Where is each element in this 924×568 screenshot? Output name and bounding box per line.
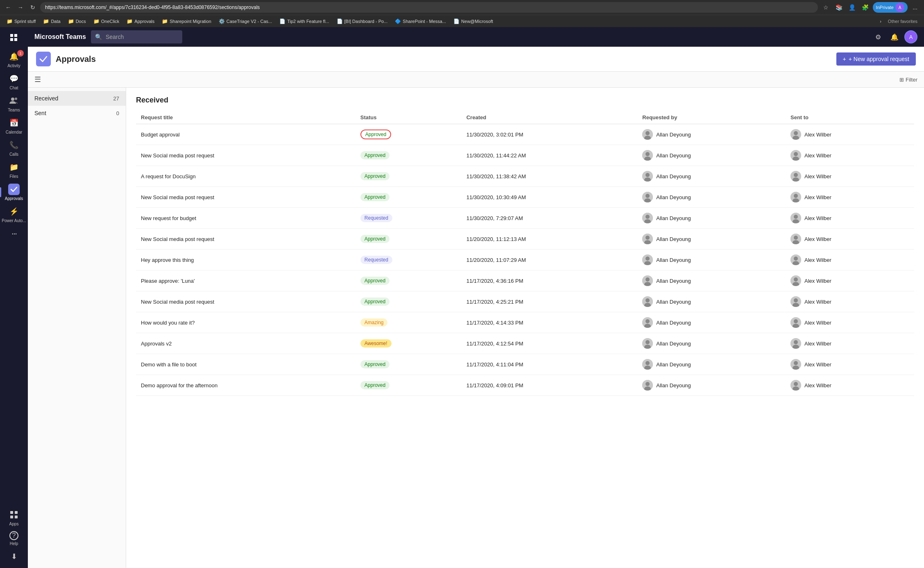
sidebar-item-approvals[interactable]: Approvals xyxy=(0,181,28,203)
notification-button[interactable]: 🔔 xyxy=(888,30,901,43)
nav-item-sent[interactable]: Sent 0 xyxy=(28,106,126,120)
cell-title: New Social media post request xyxy=(136,145,356,166)
approvals-table: Request title Status Created Requested b… xyxy=(136,111,914,396)
other-favorites[interactable]: Other favorites xyxy=(885,18,921,25)
table-row[interactable]: New request for budget Requested 11/30/2… xyxy=(136,208,914,229)
table-row[interactable]: Hey approve this thing Requested 11/20/2… xyxy=(136,250,914,270)
table-row[interactable]: New Social media post request Approved 1… xyxy=(136,229,914,250)
cell-created: 11/20/2020, 11:12:13 AM xyxy=(462,229,638,250)
more-bookmarks-button[interactable]: › xyxy=(876,18,885,25)
person-name: Allan Deyoung xyxy=(656,173,691,179)
cell-sent-to: Alex Wilber xyxy=(786,375,914,396)
person-name: Alex Wilber xyxy=(804,341,831,347)
teams-logo: Microsoft Teams xyxy=(34,33,86,41)
bookmark-sharepoint[interactable]: 🔷 SharePoint - Messa... xyxy=(392,18,449,25)
table-row[interactable]: Approvals v2 Awesome! 11/17/2020, 4:12:5… xyxy=(136,333,914,354)
cell-requested-by: Allan Deyoung xyxy=(637,145,786,166)
bookmark-bi-dashboard[interactable]: 📄 [BI] Dashboard - Po... xyxy=(333,18,391,25)
inprivate-button[interactable]: InPrivate A xyxy=(873,2,908,13)
svg-point-47 xyxy=(645,257,650,261)
sidebar-item-calls[interactable]: 📞 Calls xyxy=(0,137,28,159)
table-row[interactable]: Please approve: 'Luna' Approved 11/17/20… xyxy=(136,270,914,291)
bookmark-docs[interactable]: 📁 Docs xyxy=(65,18,89,25)
browser-menu-button[interactable]: ... xyxy=(909,2,921,13)
forward-button[interactable]: → xyxy=(16,2,25,12)
svg-point-20 xyxy=(794,152,798,156)
bookmark-approvals[interactable]: 📁 Approvals xyxy=(123,18,158,25)
user-avatar[interactable]: A xyxy=(904,30,917,43)
cell-requested-by: Allan Deyoung xyxy=(637,229,786,250)
nav-item-received[interactable]: Received 27 xyxy=(28,91,126,106)
cell-status: Approved xyxy=(356,124,462,145)
cell-status: Awesome! xyxy=(356,333,462,354)
table-row[interactable]: New Social media post request Approved 1… xyxy=(136,291,914,312)
sidebar-item-chat[interactable]: 💬 Chat xyxy=(0,70,28,93)
avatar xyxy=(790,338,801,349)
status-badge: Awesome! xyxy=(360,339,392,348)
table-row[interactable]: Demo approval for the afternoon Approved… xyxy=(136,375,914,396)
search-input[interactable] xyxy=(91,30,182,43)
page-icon: 📄 xyxy=(337,18,343,24)
chat-icon: 💬 xyxy=(8,73,20,84)
sidebar-item-help[interactable]: ? Help xyxy=(0,529,28,548)
bookmark-data[interactable]: 📁 Data xyxy=(40,18,63,25)
sidebar-item-files[interactable]: 📁 Files xyxy=(0,159,28,181)
app-launcher-button[interactable] xyxy=(7,30,21,45)
svg-point-11 xyxy=(645,131,650,135)
folder-icon: 📁 xyxy=(7,18,13,24)
cell-created: 11/17/2020, 4:25:21 PM xyxy=(462,291,638,312)
refresh-button[interactable]: ↻ xyxy=(28,2,38,12)
bookmark-label: Data xyxy=(51,19,60,24)
sidebar-item-download[interactable]: ⬇ xyxy=(0,548,28,565)
avatar xyxy=(790,254,801,265)
nav-received-count: 27 xyxy=(113,95,119,102)
sidebar-item-calendar[interactable]: 📅 Calendar xyxy=(0,115,28,137)
table-row[interactable]: A request for DocuSign Approved 11/30/20… xyxy=(136,166,914,187)
new-approval-request-button[interactable]: + + New approval request xyxy=(836,52,916,66)
table-row[interactable]: How would you rate it? Amazing 11/17/202… xyxy=(136,312,914,333)
collections-button[interactable]: 📚 xyxy=(833,2,845,13)
back-button[interactable]: ← xyxy=(3,2,13,12)
person-name: Alex Wilber xyxy=(804,236,831,242)
status-badge: Requested xyxy=(360,256,392,264)
app-icon: ⚙️ xyxy=(219,18,225,24)
svg-rect-8 xyxy=(10,516,13,518)
bookmark-oneclick[interactable]: 📁 OneClick xyxy=(90,18,123,25)
table-row[interactable]: Budget approval Approved 11/30/2020, 3:0… xyxy=(136,124,914,145)
bookmark-sharepoint-migration[interactable]: 📁 Sharepoint Migration xyxy=(159,18,215,25)
table-row[interactable]: Demo with a file to boot Approved 11/17/… xyxy=(136,354,914,375)
avatar xyxy=(642,296,653,307)
table-row[interactable]: New Social media post request Approved 1… xyxy=(136,187,914,208)
table-row[interactable]: New Social media post request Approved 1… xyxy=(136,145,914,166)
bookmark-tip2[interactable]: 📄 Tip2 with Feature fl... xyxy=(276,18,332,25)
address-bar[interactable] xyxy=(40,2,818,13)
bookmark-sprint-stuff[interactable]: 📁 Sprint stuff xyxy=(3,18,39,25)
folder-icon: 📁 xyxy=(68,18,74,24)
bookmark-new-microsoft[interactable]: 📄 New@Microsoft xyxy=(450,18,496,25)
bookmark-casetriage[interactable]: ⚙️ CaseTriage V2 - Cas... xyxy=(215,18,275,25)
star-button[interactable]: ☆ xyxy=(820,2,832,13)
sidebar-item-power-automate[interactable]: ⚡ Power Auto... xyxy=(0,203,28,225)
settings-button[interactable]: ⚙ xyxy=(872,30,885,43)
approvals-body: Received 27 Sent 0 Received Request t xyxy=(28,88,924,568)
filter-button[interactable]: ⊞ Filter xyxy=(899,77,917,83)
col-header-sent-to: Sent to xyxy=(786,111,914,124)
extensions-button[interactable]: 🧩 xyxy=(860,2,871,13)
sidebar-item-apps[interactable]: Apps xyxy=(0,507,28,529)
profile-button[interactable]: 👤 xyxy=(847,2,858,13)
avatar xyxy=(642,275,653,286)
cell-status: Approved xyxy=(356,229,462,250)
sidebar-item-activity[interactable]: 🔔 Activity 1 xyxy=(0,48,28,70)
avatar xyxy=(642,129,653,140)
sidebar: 🔔 Activity 1 💬 Chat Teams 📅 Calendar xyxy=(0,27,28,568)
cell-created: 11/30/2020, 3:02:01 PM xyxy=(462,124,638,145)
person-name: Alex Wilber xyxy=(804,173,831,179)
sidebar-item-teams[interactable]: Teams xyxy=(0,93,28,115)
avatar xyxy=(790,359,801,370)
page-icon: 📄 xyxy=(453,18,460,24)
hamburger-button[interactable]: ☰ xyxy=(34,75,41,84)
sidebar-item-more[interactable]: ··· xyxy=(0,225,28,242)
svg-rect-7 xyxy=(15,511,18,514)
search-wrapper: 🔍 xyxy=(91,30,320,43)
avatar xyxy=(790,129,801,140)
